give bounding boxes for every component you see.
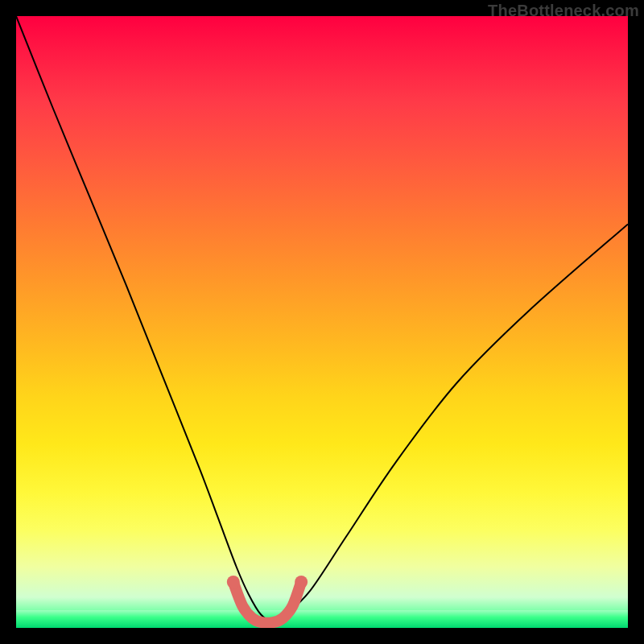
chart-frame: TheBottleneck.com <box>0 0 644 644</box>
bottleneck-curve <box>16 16 628 621</box>
valley-endpoint-left <box>227 576 240 588</box>
valley-endpoint-right <box>295 576 308 588</box>
plot-area <box>16 16 628 628</box>
valley-highlight <box>233 582 301 623</box>
curve-svg <box>16 16 628 628</box>
